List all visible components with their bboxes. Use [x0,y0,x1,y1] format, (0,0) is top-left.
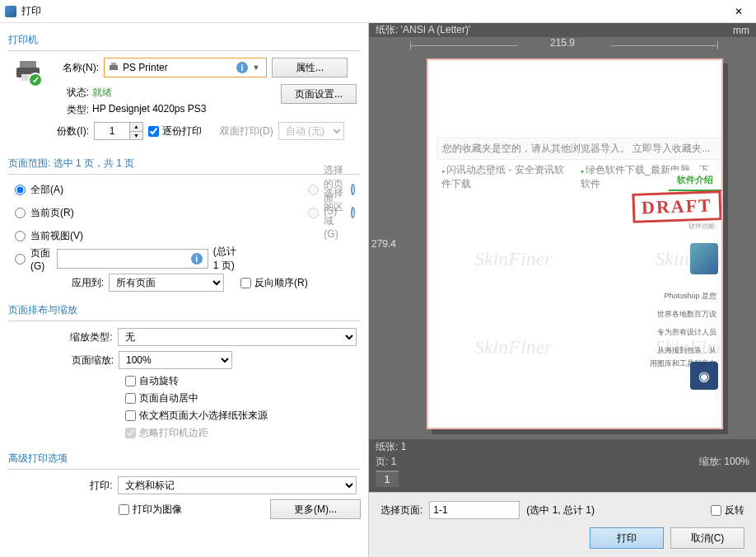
range-section-title: 页面范围: 选中 1 页，共 1 页 [8,153,360,175]
paper-name: 'ANSI A (Letter)' [401,24,471,35]
info-icon[interactable]: i [191,253,203,264]
reverse-checkbox[interactable]: 反向顺序(R) [240,276,308,290]
app-icon [5,6,16,17]
horizontal-ruler: 215.9 [369,37,756,49]
info-icon: i [351,184,355,195]
radio-current[interactable]: 当前页(R) [15,204,242,221]
page-setup-button[interactable]: 页面设置... [281,84,357,104]
page-zoom-select[interactable]: 100% [119,351,232,369]
page-preview: SkinFiner SkinFiner SkinFiner SkinFiner … [427,59,723,429]
unit-label: mm [733,25,749,36]
copies-spinner[interactable]: ▲▼ [94,122,143,140]
draft-stamp: DRAFT [632,190,722,223]
scale-type-select[interactable]: 无 [118,328,357,346]
preview-logo-icon: ◉ [690,362,718,390]
collate-checkbox[interactable]: 逐份打印 [148,124,202,138]
svg-rect-4 [111,63,116,65]
print-button[interactable]: 打印 [590,527,664,549]
chevron-down-icon: ▼ [250,63,263,72]
printer-status-icon: ✓ [15,59,41,86]
select-pages-input[interactable] [429,501,520,519]
info-icon[interactable]: i [236,62,248,73]
settings-panel: 打印机 ✓ 名称(N): PS Printer i [0,23,369,557]
scale-section-title: 页面排布与缩放 [8,300,360,321]
choose-paper-checkbox[interactable]: 依文档页面大小选择纸张来源 [125,409,357,423]
invert-checkbox[interactable]: 反转 [711,503,744,517]
cancel-button[interactable]: 取消(C) [670,527,744,549]
radio-selected-area: 选择的区域(G) i [308,204,357,221]
printer-select[interactable]: PS Printer i ▼ [104,58,267,77]
print-what-select[interactable]: 文档和标记 [118,476,357,494]
more-button[interactable]: 更多(M)... [270,499,361,519]
titlebar: 打印 ✕ [0,0,756,23]
svg-rect-3 [110,65,118,70]
svg-rect-0 [20,61,36,68]
apply-to-select[interactable]: 所有页面 [109,274,224,292]
close-button[interactable]: ✕ [726,3,751,20]
radio-all[interactable]: 全部(A) [15,181,242,198]
auto-rotate-checkbox[interactable]: 自动旋转 [125,374,357,388]
duplex-label: 双面打印(D) [220,124,273,138]
advanced-section-title: 高级打印选项 [8,448,360,470]
printer-status: 就绪 [92,86,112,100]
radio-view[interactable]: 当前视图(V) [15,227,242,244]
pages-input[interactable]: i [57,249,208,269]
ignore-margin-checkbox: 忽略打印机边距 [125,426,357,440]
info-icon: i [351,207,355,218]
auto-center-checkbox[interactable]: 页面自动居中 [125,391,357,405]
duplex-select: 自动 (无) [278,122,344,140]
spin-down-icon[interactable]: ▼ [130,132,142,140]
vertical-ruler: 279.4 [369,49,399,439]
printer-type: HP Designjet 4020ps PS3 [92,103,207,117]
preview-image-icon [690,243,718,274]
print-as-image-checkbox[interactable]: 打印为图像 [119,503,182,517]
printer-name-label: 名称(N): [48,61,99,75]
printer-section-title: 打印机 [8,30,360,51]
properties-button[interactable]: 属性... [272,58,348,77]
spin-up-icon[interactable]: ▲ [130,123,142,132]
radio-pages[interactable] [15,254,26,264]
page-tab[interactable]: 1 [376,470,399,487]
preview-panel: 纸张: 'ANSI A (Letter)' mm 215.9 279.4 Ski… [369,23,756,557]
window-title: 打印 [21,4,41,18]
